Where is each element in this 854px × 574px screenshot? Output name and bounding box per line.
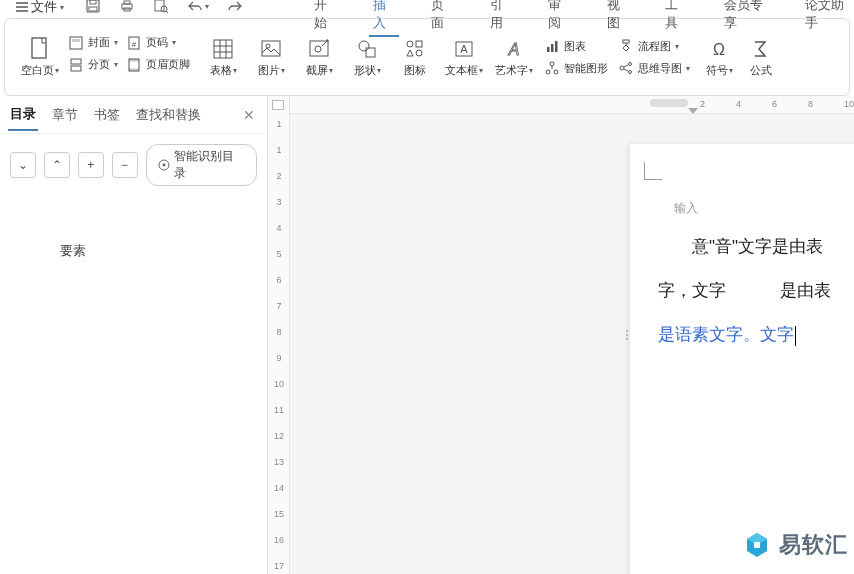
tab-view[interactable]: 视图 xyxy=(603,0,634,37)
target-icon xyxy=(157,158,171,172)
file-menu[interactable]: 文件 ▾ xyxy=(8,0,72,16)
equation-button[interactable]: 公式 xyxy=(745,33,777,82)
flowchart-label: 流程图 xyxy=(638,39,671,54)
icon-button[interactable]: 图标 xyxy=(393,33,437,82)
watermark: 易软汇 xyxy=(743,530,848,560)
wordart-button[interactable]: A 艺术字▾ xyxy=(491,33,537,82)
tab-start[interactable]: 开始 xyxy=(310,0,341,37)
svg-point-23 xyxy=(359,41,369,51)
horizontal-ruler: 246810 xyxy=(290,96,854,114)
svg-rect-6 xyxy=(155,0,164,11)
sidetab-chapters[interactable]: 章节 xyxy=(50,100,80,130)
mindmap-button[interactable]: 思维导图▾ xyxy=(615,58,693,78)
page-number-button[interactable]: # 页码▾ xyxy=(123,33,193,53)
chart-icon xyxy=(544,38,560,54)
icon-label: 图标 xyxy=(404,63,426,78)
textbox-button[interactable]: A 文本框▾ xyxy=(441,33,487,82)
header-footer-icon xyxy=(126,57,142,73)
document-body[interactable]: 意"音"文字是由表 字，文字是由表 是语素文字。文字 xyxy=(658,225,854,358)
picture-button[interactable]: 图片▾ xyxy=(249,33,293,82)
symbol-button[interactable]: Ω 符号▾ xyxy=(697,33,741,82)
undo-icon[interactable] xyxy=(187,0,203,12)
sidetab-toc[interactable]: 目录 xyxy=(8,99,38,131)
smart-toc-button[interactable]: 智能识别目录 xyxy=(146,144,258,186)
screenshot-button[interactable]: 截屏▾ xyxy=(297,33,341,82)
ruler-slider[interactable] xyxy=(650,99,688,107)
tab-member[interactable]: 会员专享 xyxy=(720,0,773,37)
tab-references[interactable]: 引用 xyxy=(486,0,517,37)
smartart-label: 智能图形 xyxy=(564,61,608,76)
chevron-down-icon: ▾ xyxy=(60,3,64,12)
navigation-pane: 目录 章节 书签 查找和替换 ✕ ⌄ ⌃ + − 智能识别目录 要素 xyxy=(0,96,268,574)
header-footer-button[interactable]: 页眉页脚 xyxy=(123,55,193,75)
table-label: 表格 xyxy=(210,63,232,78)
document-area: 1123456789101112131415161718 246810 输入 意… xyxy=(268,96,854,574)
page-break-label: 分页 xyxy=(88,57,110,72)
document-page[interactable]: 输入 意"音"文字是由表 字，文字是由表 是语素文字。文字 xyxy=(630,144,854,574)
text-line-2b: 是由表 xyxy=(780,281,831,300)
vruler-tick: 9 xyxy=(268,348,290,368)
redo-icon[interactable] xyxy=(227,0,243,12)
cover-button[interactable]: 封面▾ xyxy=(65,33,121,53)
shape-button[interactable]: 形状▾ xyxy=(345,33,389,82)
toc-item[interactable]: 要素 xyxy=(20,236,247,266)
sidepanel-close-button[interactable]: ✕ xyxy=(239,107,259,123)
svg-text:#: # xyxy=(132,40,137,49)
icon-gallery-icon xyxy=(403,37,427,61)
page-number-icon: # xyxy=(126,35,142,51)
svg-point-34 xyxy=(550,62,554,66)
tab-insert[interactable]: 插入 xyxy=(369,0,400,37)
screenshot-icon xyxy=(307,37,331,61)
collapse-button[interactable]: ⌃ xyxy=(44,152,70,178)
print-preview-icon[interactable] xyxy=(153,0,169,14)
save-icon[interactable] xyxy=(85,0,101,14)
tab-review[interactable]: 审阅 xyxy=(544,0,575,37)
sidetab-find-replace[interactable]: 查找和替换 xyxy=(134,100,203,130)
minus-icon: − xyxy=(121,158,128,172)
hruler-tick: 4 xyxy=(736,99,741,109)
page-break-icon xyxy=(68,57,84,73)
text-line-2a: 字，文字 xyxy=(658,281,726,300)
table-icon xyxy=(211,37,235,61)
svg-rect-44 xyxy=(754,542,760,548)
vruler-tick: 16 xyxy=(268,530,290,550)
flowchart-button[interactable]: 流程图▾ xyxy=(615,36,693,56)
table-button[interactable]: 表格▾ xyxy=(201,33,245,82)
vruler-tick: 8 xyxy=(268,322,290,342)
smartart-button[interactable]: 智能图形 xyxy=(541,58,611,78)
hruler-tick: 10 xyxy=(844,99,854,109)
blank-page-label: 空白页 xyxy=(21,63,54,78)
svg-rect-12 xyxy=(71,66,81,71)
hruler-tick: 6 xyxy=(772,99,777,109)
svg-point-27 xyxy=(416,50,422,56)
vruler-tick: 1 xyxy=(268,140,290,160)
textbox-label: 文本框 xyxy=(445,63,478,78)
plus-icon: + xyxy=(87,158,94,172)
page-break-button[interactable]: 分页▾ xyxy=(65,55,121,75)
svg-text:A: A xyxy=(460,43,468,55)
sidetab-bookmarks[interactable]: 书签 xyxy=(92,100,122,130)
chart-button[interactable]: 图表 xyxy=(541,36,611,56)
picture-label: 图片 xyxy=(258,63,280,78)
remove-button[interactable]: − xyxy=(112,152,138,178)
blank-page-icon xyxy=(28,37,52,61)
vruler-tick: 13 xyxy=(268,452,290,472)
smart-toc-label: 智能识别目录 xyxy=(174,148,246,182)
margin-marker[interactable] xyxy=(688,108,698,114)
tab-tools[interactable]: 工具 xyxy=(661,0,692,37)
chart-label: 图表 xyxy=(564,39,586,54)
svg-rect-33 xyxy=(555,41,558,52)
add-button[interactable]: + xyxy=(78,152,104,178)
text-line-3: 是语素文字。文字 xyxy=(658,325,794,344)
vruler-tick: 7 xyxy=(268,296,290,316)
file-menu-label: 文件 xyxy=(31,0,57,16)
wordart-icon: A xyxy=(502,37,526,61)
blank-page-button[interactable]: 空白页▾ xyxy=(17,33,63,82)
expand-button[interactable]: ⌄ xyxy=(10,152,36,178)
tab-page[interactable]: 页面 xyxy=(427,0,458,37)
svg-rect-32 xyxy=(551,44,554,52)
undo-dropdown[interactable]: ▾ xyxy=(205,2,209,11)
tab-thesis[interactable]: 论文助手 xyxy=(801,0,854,37)
print-icon[interactable] xyxy=(119,0,135,14)
vertical-ruler: 1123456789101112131415161718 xyxy=(268,96,290,574)
